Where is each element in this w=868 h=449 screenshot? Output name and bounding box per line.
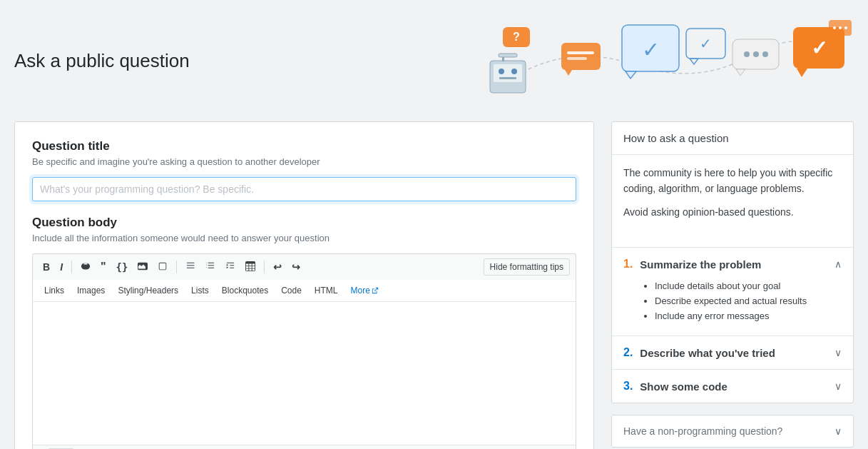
svg-marker-23 bbox=[736, 69, 745, 76]
svg-point-22 bbox=[762, 51, 768, 57]
italic-button[interactable]: I bbox=[56, 259, 67, 275]
svg-point-29 bbox=[839, 26, 842, 29]
step-2-label: Describe what you've tried bbox=[640, 347, 775, 359]
step-3-number: 3. bbox=[623, 380, 633, 393]
svg-point-30 bbox=[844, 26, 847, 29]
editor-body[interactable]: ... code ... **bold** *italic* >quote bbox=[32, 302, 576, 449]
snippet-button[interactable] bbox=[153, 258, 172, 276]
svg-rect-4 bbox=[499, 77, 516, 79]
step-1-left: 1. Summarize the problem bbox=[623, 258, 761, 271]
ordered-list-button[interactable] bbox=[181, 258, 200, 276]
page-title: Ask a public question bbox=[14, 50, 190, 72]
svg-rect-10 bbox=[567, 51, 594, 54]
how-to-header: How to ask a question bbox=[612, 122, 853, 155]
editor-tabs: Links Images Styling/Headers Lists Block… bbox=[32, 280, 576, 302]
external-link-icon bbox=[372, 287, 379, 294]
question-title-subtitle: Be specific and imagine you're asking a … bbox=[32, 156, 576, 167]
bold-button[interactable]: B bbox=[39, 259, 54, 275]
svg-rect-11 bbox=[567, 57, 587, 60]
step-1-bullet-3: Include any error messages bbox=[655, 311, 842, 321]
question-body-label: Question body bbox=[32, 216, 576, 230]
step-2-chevron: ∨ bbox=[834, 347, 842, 358]
code-button[interactable]: {} bbox=[112, 259, 133, 275]
question-title-input[interactable] bbox=[32, 177, 576, 201]
left-panel: Question title Be specific and imagine y… bbox=[14, 121, 594, 449]
step-2: 2. Describe what you've tried ∨ bbox=[612, 336, 853, 369]
svg-marker-26 bbox=[797, 69, 807, 77]
header-area: Ask a public question ? bbox=[14, 14, 854, 107]
non-programming-chevron: ∨ bbox=[834, 425, 842, 437]
question-body-section: Question body Include all the informatio… bbox=[32, 216, 576, 449]
table-button[interactable] bbox=[241, 258, 260, 276]
toolbar-sep-1 bbox=[71, 261, 72, 273]
svg-point-21 bbox=[753, 51, 759, 57]
tab-images[interactable]: Images bbox=[71, 283, 111, 298]
svg-point-3 bbox=[511, 69, 517, 74]
step-3-chevron: ∨ bbox=[834, 380, 842, 392]
main-content: Question title Be specific and imagine y… bbox=[14, 121, 854, 449]
hide-formatting-button[interactable]: Hide formatting tips bbox=[484, 258, 570, 276]
non-programming-box: Have a non-programming question? ∨ bbox=[611, 415, 854, 448]
svg-marker-15 bbox=[626, 71, 636, 79]
svg-point-2 bbox=[499, 69, 504, 74]
svg-point-28 bbox=[833, 26, 836, 29]
right-panel: How to ask a question The community is h… bbox=[611, 121, 854, 448]
more-label: More bbox=[351, 286, 370, 296]
step-3-label: Show some code bbox=[640, 380, 727, 393]
step-1-bullet-1: Include details about your goal bbox=[655, 281, 842, 291]
step-3-header[interactable]: 3. Show some code ∨ bbox=[612, 370, 853, 403]
how-to-p2: Avoid asking opinion-based questions. bbox=[623, 204, 842, 220]
step-1-bullet-2: Describe expected and actual results bbox=[655, 296, 842, 306]
step-1-header[interactable]: 1. Summarize the problem ∧ bbox=[612, 248, 853, 281]
blockquote-button[interactable]: " bbox=[96, 258, 111, 276]
indent-button[interactable] bbox=[221, 258, 240, 276]
how-to-p1: The community is here to help you with s… bbox=[623, 165, 842, 197]
step-2-left: 2. Describe what you've tried bbox=[623, 346, 775, 359]
toolbar-sep-3 bbox=[264, 261, 265, 273]
svg-marker-18 bbox=[690, 59, 698, 64]
non-programming-title: Have a non-programming question? bbox=[623, 425, 782, 437]
illustration-svg: ? ✓ ✓ bbox=[440, 14, 854, 107]
toolbar-icons: B I " {} bbox=[39, 258, 305, 276]
how-to-body: The community is here to help you with s… bbox=[612, 155, 853, 237]
image-button[interactable] bbox=[133, 258, 152, 276]
undo-button[interactable]: ↩ bbox=[269, 259, 286, 275]
how-to-steps: 1. Summarize the problem ∧ Include detai… bbox=[612, 247, 853, 403]
tab-blockquotes[interactable]: Blockquotes bbox=[216, 283, 274, 298]
editor-toolbar: B I " {} bbox=[32, 253, 576, 280]
tab-lists[interactable]: Lists bbox=[185, 283, 215, 298]
svg-rect-1 bbox=[494, 64, 522, 82]
tab-code[interactable]: Code bbox=[275, 283, 307, 298]
editor-footer: ... code ... **bold** *italic* >quote bbox=[33, 445, 576, 449]
svg-rect-6 bbox=[499, 54, 517, 57]
tab-links[interactable]: Links bbox=[39, 283, 70, 298]
question-body-subtitle: Include all the information someone woul… bbox=[32, 233, 576, 243]
non-programming-header[interactable]: Have a non-programming question? ∨ bbox=[612, 415, 853, 447]
tab-styling[interactable]: Styling/Headers bbox=[112, 283, 184, 298]
svg-text:✓: ✓ bbox=[811, 37, 827, 59]
step-1-chevron: ∧ bbox=[834, 258, 842, 270]
step-1-number: 1. bbox=[623, 258, 633, 271]
hero-illustration: ? ✓ ✓ bbox=[440, 14, 854, 107]
step-1-label: Summarize the problem bbox=[640, 258, 761, 271]
link-button[interactable] bbox=[76, 258, 95, 276]
svg-marker-12 bbox=[565, 70, 572, 76]
step-1: 1. Summarize the problem ∧ Include detai… bbox=[612, 247, 853, 336]
step-2-header[interactable]: 2. Describe what you've tried ∨ bbox=[612, 336, 853, 369]
svg-text:?: ? bbox=[513, 31, 520, 43]
svg-point-20 bbox=[744, 51, 750, 57]
editor-content[interactable] bbox=[33, 302, 576, 445]
toolbar-sep-2 bbox=[176, 261, 177, 273]
step-3-left: 3. Show some code bbox=[623, 380, 727, 393]
more-link[interactable]: More bbox=[345, 283, 384, 298]
step-3: 3. Show some code ∨ bbox=[612, 369, 853, 403]
svg-text:✓: ✓ bbox=[642, 38, 660, 61]
svg-rect-9 bbox=[561, 43, 601, 70]
unordered-list-button[interactable] bbox=[201, 258, 220, 276]
redo-button[interactable]: ↪ bbox=[287, 259, 305, 275]
tab-html[interactable]: HTML bbox=[309, 283, 344, 298]
how-to-box: How to ask a question The community is h… bbox=[611, 121, 854, 403]
question-title-label: Question title bbox=[32, 139, 576, 153]
svg-text:✓: ✓ bbox=[700, 36, 712, 51]
step-1-body: Include details about your goal Describe… bbox=[612, 281, 853, 336]
